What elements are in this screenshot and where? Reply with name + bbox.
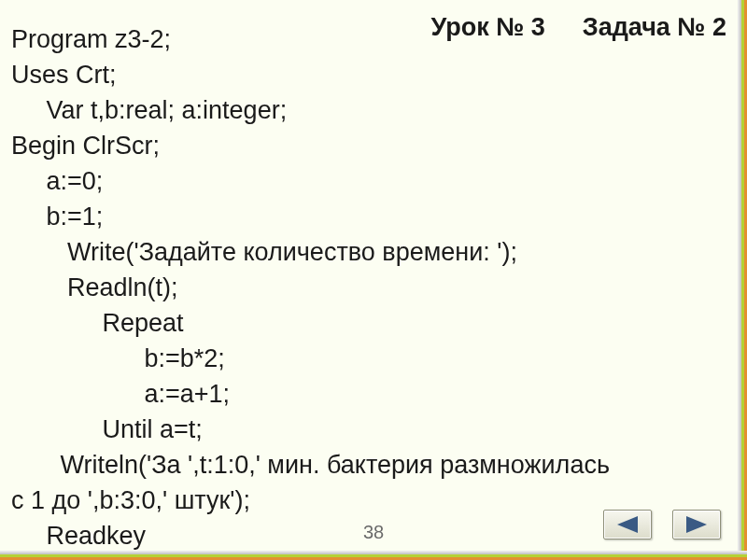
slide: Урок № 3 Задача № 2 Program z3-2; Uses C… [0,0,747,560]
arrow-right-icon [686,516,707,533]
decorative-border-right [738,0,747,560]
code-block: Program z3-2; Uses Crt; Var t,b:real; a:… [11,21,728,560]
arrow-left-icon [617,516,638,533]
svg-marker-1 [686,516,707,533]
nav-buttons [603,510,721,539]
svg-marker-0 [617,516,638,533]
decorative-border-bottom [0,551,747,560]
next-button[interactable] [672,510,721,539]
prev-button[interactable] [603,510,652,539]
